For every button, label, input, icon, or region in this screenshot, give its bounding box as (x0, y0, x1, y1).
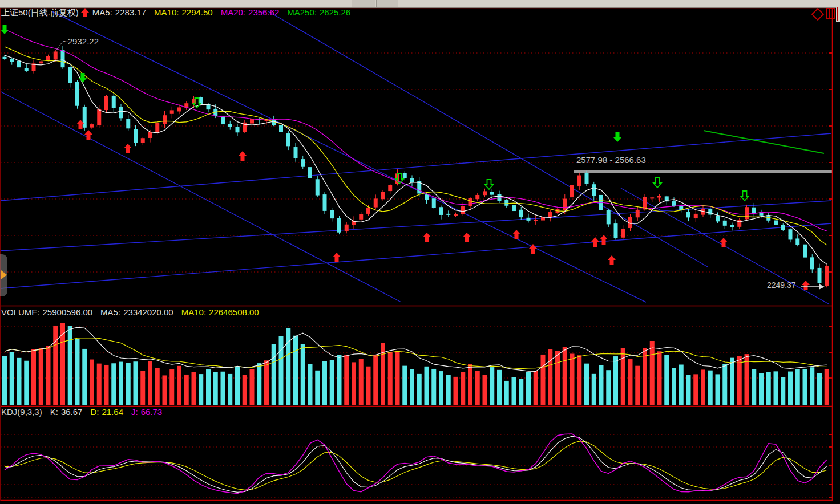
volume-bar (111, 363, 116, 405)
candle-body (563, 199, 567, 210)
volume-bar (425, 367, 429, 405)
ma250-value: 2625.26 (320, 7, 350, 17)
chart-canvas[interactable] (0, 0, 840, 504)
volume-bar (184, 375, 189, 405)
candle-body (425, 194, 429, 200)
candle-body (504, 200, 508, 206)
ma5-value: 2283.17 (115, 7, 146, 17)
candle-body (461, 206, 465, 214)
candle-body (446, 214, 450, 215)
candle-body (708, 209, 712, 214)
volume-bar (817, 373, 822, 405)
volume-bar (279, 336, 284, 405)
candle-body (388, 185, 392, 191)
volume-bar (722, 364, 727, 405)
candle-body (177, 107, 181, 111)
volume-bar (39, 348, 43, 405)
buy-signal-arrow (84, 130, 92, 140)
candle-body (498, 194, 502, 201)
candle-body (781, 225, 785, 230)
candle-body (54, 51, 58, 59)
volume-readout: VOLUME:25900596.00 (1, 307, 92, 317)
ma250-label: MA250: (287, 7, 317, 17)
candle-body (789, 229, 793, 239)
candle-body (686, 212, 690, 217)
volume-bar (337, 355, 342, 405)
volume-bar (24, 361, 29, 405)
volume-bar (548, 349, 552, 405)
candle-body (250, 119, 254, 124)
kline-window-icon-detail (829, 9, 830, 18)
volume-bar (643, 348, 647, 405)
volume-ma5-label: MA5: (100, 307, 120, 317)
candle-body (745, 207, 749, 219)
volume-bar (148, 361, 152, 405)
candle-body (155, 123, 159, 133)
volume-bar (628, 359, 633, 405)
candle-body (650, 197, 654, 198)
volume-bar (803, 369, 807, 405)
candle-body (46, 56, 50, 60)
volume-bar (454, 377, 458, 405)
volume-bar (504, 381, 509, 405)
trendline (0, 201, 831, 251)
candle-body (126, 119, 130, 128)
volume-bar (599, 365, 604, 405)
volume-bar (388, 352, 393, 405)
candle-body (672, 201, 676, 206)
candle-body (61, 50, 65, 67)
trendline (0, 223, 831, 288)
volume-ma5-value: 23342020.00 (123, 307, 173, 317)
volume-bar (825, 369, 829, 405)
candle-body (694, 214, 698, 218)
buy-signal-arrow (512, 230, 520, 239)
volume-bar (497, 370, 502, 405)
candle-body (527, 218, 531, 221)
ma10-value: 2294.50 (181, 7, 212, 17)
volume-bar (68, 326, 72, 405)
volume-bar (795, 369, 800, 405)
candle-body (381, 192, 385, 199)
candle-body (614, 223, 618, 238)
candle-body (410, 178, 414, 182)
candle-body (316, 179, 320, 195)
trendline (0, 91, 401, 302)
volume-bar (206, 369, 211, 405)
volume-bar (752, 369, 756, 405)
volume-bar (708, 371, 713, 405)
volume-bar (759, 373, 764, 405)
candle-body (279, 125, 283, 132)
buy-signal-arrow (802, 281, 810, 290)
candle-body (483, 191, 487, 195)
volume-bar (650, 341, 655, 405)
volume-ma10-label: MA10: (181, 307, 206, 317)
volume-bar (431, 369, 436, 405)
volume-bar (621, 348, 625, 405)
volume-bar (308, 364, 313, 405)
volume-bar (82, 349, 87, 405)
candle-body (825, 266, 829, 286)
candle-body (337, 218, 341, 233)
volume-bar (301, 344, 305, 405)
kdj-k-readout: K:36.67 (50, 407, 83, 417)
ma20-readout: MA20:2356.62 (221, 7, 280, 17)
volume-bar (446, 375, 451, 405)
candle-body (541, 217, 545, 221)
candle-body (716, 216, 720, 221)
panel-expand-handle[interactable] (0, 254, 7, 296)
volume-bar (584, 364, 589, 405)
volume-bar (475, 371, 480, 405)
volume-bar (664, 355, 669, 405)
volume-bar (410, 369, 414, 405)
kdj-d-label: D: (90, 407, 99, 417)
kline-window-icon[interactable] (826, 8, 835, 19)
trendline (52, 11, 646, 302)
candle-body (454, 214, 458, 216)
volume-bar (373, 355, 378, 405)
volume-bar (512, 377, 516, 405)
candle-body (294, 147, 298, 158)
volume-bar (177, 366, 181, 405)
volume-bar (468, 364, 472, 405)
candle-body (75, 82, 79, 106)
volume-pane-header: VOLUME:25900596.00MA5:23342020.00MA10:22… (1, 308, 267, 317)
